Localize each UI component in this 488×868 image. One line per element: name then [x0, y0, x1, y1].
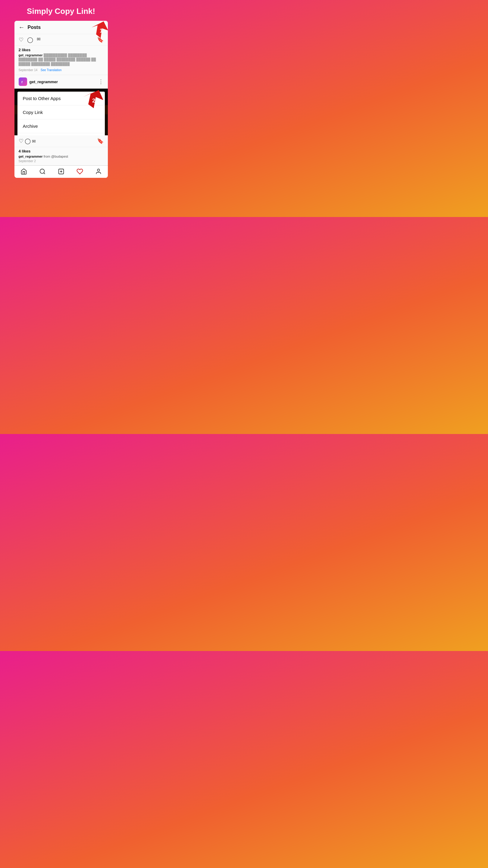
svg-text:1: 1: [100, 28, 103, 34]
post2-bookmark-icon[interactable]: 🔖: [97, 138, 104, 144]
comment-icon[interactable]: ◯: [27, 36, 33, 43]
svg-text:2: 2: [92, 97, 96, 104]
phone-frame: ← Posts ♡ ◯ ✉ 1 🔖 2 likes get_regr: [14, 21, 108, 178]
post2-likes: 4 likes: [19, 149, 104, 153]
post2-info: 4 likes get_regrammer from @budapest Sep…: [14, 147, 108, 165]
nav-search[interactable]: [39, 168, 46, 175]
post1-date: September 14: [19, 68, 38, 72]
post1-date-row: September 14 See Translation: [19, 67, 104, 72]
post1-avatar: r: [19, 78, 27, 86]
post2-date: September 2: [19, 159, 104, 163]
post2-left-icons: ♡ ◯ ✉: [19, 138, 36, 144]
post2-like-icon[interactable]: ♡: [19, 138, 24, 144]
post2-share-icon[interactable]: ✉: [32, 138, 36, 144]
post1-info: 2 likes get_regrammer ██████████ ███████…: [14, 46, 108, 75]
red-arrow-1: 1: [84, 21, 108, 39]
post1-action-bar: ♡ ◯ ✉ 1 🔖: [14, 34, 108, 46]
svg-line-33: [44, 173, 45, 174]
red-arrow-2: 2: [76, 89, 103, 110]
like-icon[interactable]: ♡: [19, 36, 24, 43]
post1-image: 2 Post to Other Apps Copy Link Archive E…: [14, 89, 108, 135]
svg-point-32: [40, 169, 44, 174]
post2-username: get_regrammer: [19, 155, 43, 158]
nav-heart[interactable]: [76, 168, 83, 175]
post2-action-bar: ♡ ◯ ✉ 🔖: [14, 135, 108, 147]
post2-caption: get_regrammer from @budapest: [19, 154, 104, 158]
share-icon[interactable]: ✉: [37, 36, 41, 43]
see-translation-link[interactable]: See Translation: [41, 68, 62, 72]
post2-caption-text: from @budapest: [44, 155, 68, 158]
post1-caption: get_regrammer ██████████ ████████ ██████…: [19, 53, 104, 66]
post1-caption-user: get_regrammer: [19, 53, 43, 57]
bottom-nav: [14, 165, 108, 178]
headline: Simply Copy Link!: [0, 0, 122, 21]
svg-rect-2: [19, 78, 27, 86]
posts-title: Posts: [28, 25, 41, 30]
svg-point-37: [97, 169, 99, 171]
menu-edit[interactable]: Edit: [18, 133, 105, 135]
three-dots-menu[interactable]: ⋮: [98, 79, 104, 85]
menu-archive[interactable]: Archive: [18, 119, 105, 133]
post1-user-row: r get_regrammer ⋮: [14, 75, 108, 89]
post2-comment-icon[interactable]: ◯: [25, 138, 31, 144]
svg-text:r: r: [22, 80, 23, 84]
nav-profile[interactable]: [95, 168, 102, 175]
nav-home[interactable]: [21, 168, 27, 175]
post1-username: get_regrammer: [30, 80, 98, 84]
back-arrow-icon[interactable]: ←: [19, 24, 25, 31]
post1-likes: 2 likes: [19, 48, 104, 52]
context-menu: 2 Post to Other Apps Copy Link Archive E…: [18, 92, 105, 135]
annotation1-container: 1 🔖: [97, 36, 104, 43]
app-background: Simply Copy Link! ← Posts ♡ ◯ ✉ 1 🔖: [0, 0, 122, 178]
nav-add[interactable]: [58, 168, 64, 175]
